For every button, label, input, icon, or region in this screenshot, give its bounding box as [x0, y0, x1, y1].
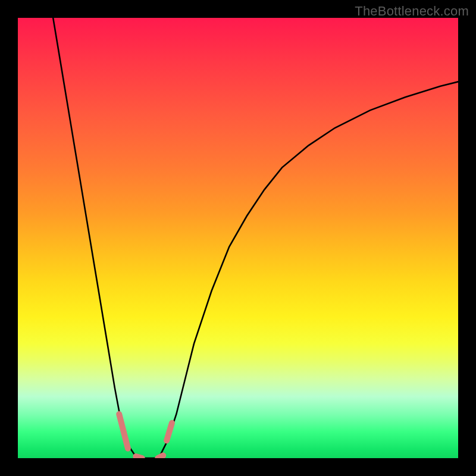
highlight-left-marker: [119, 414, 128, 449]
highlight-right-marker: [167, 423, 172, 441]
highlight-markers: [119, 414, 172, 458]
plot-area: [18, 18, 458, 458]
curve-left-branch: [53, 18, 141, 458]
watermark-text: TheBottleneck.com: [355, 4, 469, 19]
highlight-floor-left: [136, 456, 142, 458]
chart-stage: TheBottleneck.com: [0, 0, 476, 476]
highlight-floor-right: [158, 456, 163, 458]
curve-right-branch: [159, 82, 458, 458]
curve-layer: [18, 18, 458, 458]
